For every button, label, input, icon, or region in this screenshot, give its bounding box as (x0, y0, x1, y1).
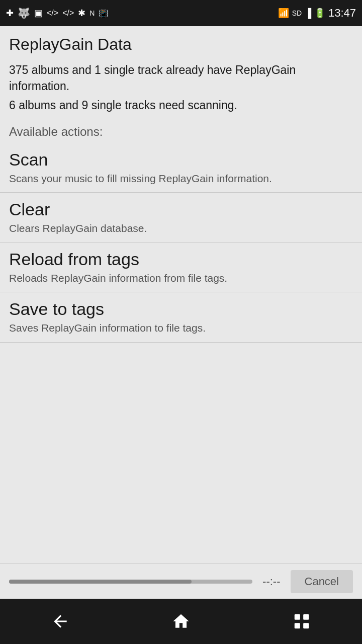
signal-icon: ▐ (305, 8, 311, 19)
reload-tags-title: Reload from tags (9, 250, 353, 269)
svg-rect-1 (303, 614, 309, 620)
time-display: --:-- (262, 575, 280, 588)
svg-rect-2 (303, 623, 309, 628)
page-title: ReplayGain Data (0, 26, 362, 60)
progress-bar-container (9, 580, 252, 584)
info-line3: 6 albums and 9 single tracks need scanni… (0, 94, 362, 115)
progress-bar-fill (9, 580, 192, 584)
reload-tags-desc: Reloads ReplayGain information from file… (9, 271, 353, 285)
back-button[interactable] (40, 606, 80, 636)
status-bar: ✚ 🐺 ▣ </> </> ✱ N 📳 📶 SD ▐ 🔋 13:47 (0, 0, 362, 26)
status-bar-left-icons: ✚ 🐺 ▣ </> </> ✱ N 📳 (6, 7, 109, 19)
cancel-button[interactable]: Cancel (291, 570, 353, 593)
save-tags-desc: Saves ReplayGain information to file tag… (9, 321, 353, 335)
home-button[interactable] (161, 606, 201, 636)
recents-icon (292, 612, 311, 631)
scan-action[interactable]: Scan Scans your music to fill missing Re… (0, 143, 362, 193)
available-actions-label: Available actions: (0, 116, 362, 143)
status-bar-right-icons: 📶 SD ▐ 🔋 13:47 (278, 7, 356, 20)
battery-icon: 🔋 (314, 8, 325, 19)
home-icon (171, 612, 191, 631)
plus-icon: ✚ (6, 8, 14, 19)
wifi-icon: 📶 (278, 8, 289, 19)
clear-action[interactable]: Clear Clears ReplayGain database. (0, 193, 362, 243)
nav-bar (0, 599, 362, 644)
clear-desc: Clears ReplayGain database. (9, 221, 353, 235)
bottom-bar: --:-- Cancel (0, 564, 362, 599)
wolf-icon: 🐺 (18, 7, 30, 19)
code2-icon: </> (62, 9, 74, 18)
status-time: 13:47 (328, 7, 356, 20)
save-tags-title: Save to tags (9, 299, 353, 319)
reload-tags-action[interactable]: Reload from tags Reloads ReplayGain info… (0, 243, 362, 292)
scan-title: Scan (9, 150, 353, 170)
nfc-icon: N (89, 9, 95, 17)
clear-title: Clear (9, 200, 353, 219)
recents-button[interactable] (282, 606, 322, 636)
bluetooth-icon: ✱ (78, 8, 85, 19)
main-content: ReplayGain Data 375 albums and 1 single … (0, 26, 362, 564)
content-spacer (0, 343, 362, 564)
back-icon (51, 612, 70, 631)
info-line1: 375 albums and 1 single track already ha… (0, 60, 362, 94)
svg-rect-3 (295, 623, 300, 628)
svg-rect-0 (295, 614, 300, 620)
scan-desc: Scans your music to fill missing ReplayG… (9, 172, 353, 185)
code-icon: </> (47, 9, 58, 18)
save-tags-action[interactable]: Save to tags Saves ReplayGain informatio… (0, 292, 362, 342)
vibrate-icon: 📳 (99, 9, 109, 18)
monitor-icon: ▣ (34, 8, 43, 19)
sd-icon: SD (292, 9, 302, 17)
